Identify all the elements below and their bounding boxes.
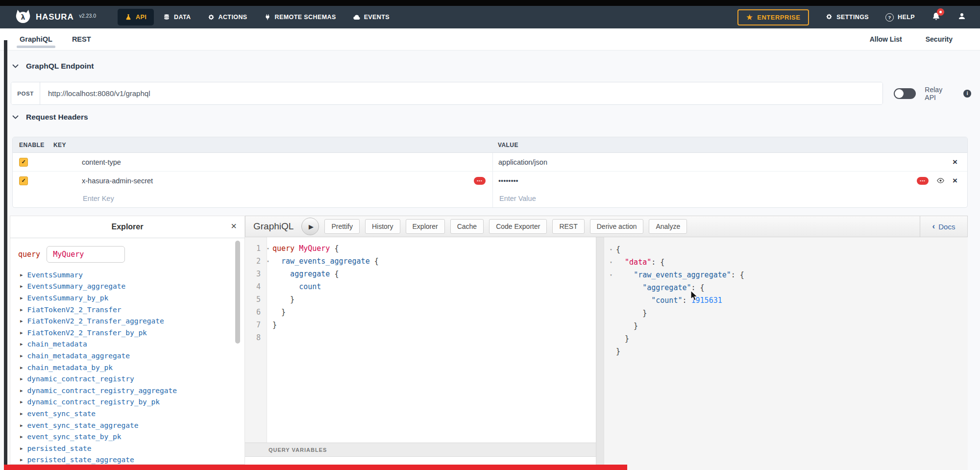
close-icon[interactable]: ×	[231, 221, 237, 231]
star-icon: ★	[746, 14, 753, 21]
response-code-line: "aggregate": {	[604, 281, 968, 294]
toolbar-button-rest[interactable]: REST	[552, 219, 584, 234]
toolbar-button-cache[interactable]: Cache	[450, 219, 484, 234]
relay-api-label: Relay API	[925, 86, 955, 101]
fold-arrow-icon[interactable]: ▾	[264, 255, 272, 268]
help-button[interactable]: ? HELP	[885, 13, 915, 22]
nav-item-remote-schemas[interactable]: REMOTE SCHEMAS	[256, 6, 344, 28]
relay-api-toggle[interactable]	[894, 88, 916, 99]
eye-icon[interactable]	[936, 176, 945, 185]
explorer-field-chain-metadata-by-pk[interactable]: ▶chain_metadata_by_pk	[17, 362, 240, 373]
docs-toggle[interactable]: ‹ Docs	[920, 216, 967, 237]
graphiql-toolbar: GraphiQL ▶ PrettifyHistoryExplorerCacheC…	[245, 216, 968, 237]
explorer-field-persisted-state-aggregate[interactable]: ▶persisted_state_aggregate	[17, 454, 240, 466]
fold-gutter	[264, 319, 272, 331]
fold-gutter	[264, 280, 272, 293]
explorer-scrollbar[interactable]	[235, 241, 240, 344]
fold-gutter	[264, 306, 272, 319]
fold-gutter	[264, 293, 272, 306]
hasura-brand[interactable]: λ HASURA v2.23.0	[15, 9, 96, 26]
field-label: EventsSummary_by_pk	[27, 294, 108, 302]
explorer-field-fiattokenv2-2-transfer[interactable]: ▶FiatTokenV2_2_Transfer	[17, 304, 240, 316]
nav-item-actions[interactable]: ACTIONS	[199, 6, 256, 28]
query-variables-bar[interactable]: QUERY VARIABLES	[245, 443, 596, 457]
explorer-field-eventssummary-by-pk[interactable]: ▶EventsSummary_by_pk	[17, 292, 240, 304]
nav-item-label: EVENTS	[364, 14, 390, 21]
fold-gutter	[606, 345, 616, 358]
header-key[interactable]: content-type	[82, 158, 121, 166]
explorer-field-chain-metadata[interactable]: ▶chain_metadata	[17, 339, 240, 350]
expand-arrow-icon: ▶	[20, 272, 23, 277]
header-enable-checkbox[interactable]: ✓	[19, 176, 28, 185]
relay-api-control: Relay API i	[894, 86, 971, 101]
toolbar-button-code-exporter[interactable]: Code Exporter	[489, 219, 547, 234]
fold-arrow-icon[interactable]: ▾	[606, 256, 616, 269]
header-key[interactable]: x-hasura-admin-secret	[82, 177, 153, 185]
settings-button[interactable]: SETTINGS	[826, 13, 869, 22]
fold-gutter	[606, 320, 616, 332]
explorer-field-dynamic-contract-registry-aggregate[interactable]: ▶dynamic_contract_registry_aggregate	[17, 385, 240, 396]
explorer-field-event-sync-state-by-pk[interactable]: ▶event_sync_state_by_pk	[17, 431, 240, 443]
response-pane: ▾{▾ "data": {▾ "raw_events_aggregate": {…	[604, 237, 968, 470]
toolbar-button-explorer[interactable]: Explorer	[406, 219, 445, 234]
field-label: chain_metadata	[27, 340, 87, 348]
new-header-value-input[interactable]	[498, 194, 913, 203]
enterprise-button[interactable]: ★ ENTERPRISE	[737, 9, 809, 25]
fold-arrow-icon[interactable]: ▾	[264, 242, 272, 255]
fold-gutter	[264, 331, 272, 344]
explorer-field-chain-metadata-aggregate[interactable]: ▶chain_metadata_aggregate	[17, 350, 240, 362]
explorer-field-dynamic-contract-registry-by-pk[interactable]: ▶dynamic_contract_registry_by_pk	[17, 396, 240, 408]
chevron-left-icon: ‹	[932, 222, 935, 231]
query-editor[interactable]: 1▾query MyQuery {2▾ raw_events_aggregate…	[245, 237, 596, 470]
explorer-field-fiattokenv2-2-transfer-aggregate[interactable]: ▶FiatTokenV2_2_Transfer_aggregate	[17, 315, 240, 327]
fold-arrow-icon[interactable]: ▾	[606, 243, 616, 256]
header-value[interactable]: ••••••••	[498, 177, 518, 185]
toolbar-button-analyze[interactable]: Analyze	[649, 219, 687, 234]
explorer-field-eventssummary[interactable]: ▶EventsSummary	[17, 269, 240, 281]
tab-graphiql[interactable]: GraphiQL	[20, 28, 52, 50]
nav-item-data[interactable]: DATA	[155, 6, 199, 28]
nav-item-api[interactable]: API	[118, 9, 154, 25]
response-code-line: }	[604, 307, 968, 320]
explorer-field-event-sync-state-aggregate[interactable]: ▶event_sync_state_aggregate	[17, 420, 240, 431]
tab-rest[interactable]: REST	[72, 28, 91, 50]
nav-item-events[interactable]: EVENTS	[344, 6, 398, 28]
execute-query-button[interactable]: ▶	[301, 218, 319, 235]
notifications-bell[interactable]	[931, 12, 941, 23]
header-enable-checkbox[interactable]: ✓	[19, 158, 28, 167]
field-label: event_sync_state	[27, 410, 96, 418]
explorer-field-event-sync-state[interactable]: ▶event_sync_state	[17, 408, 240, 420]
endpoint-section-header[interactable]: GraphQL Endpoint	[12, 62, 94, 71]
fold-arrow-icon[interactable]: ▾	[606, 269, 616, 281]
user-menu[interactable]	[957, 12, 966, 23]
explorer-field-fiattokenv2-2-transfer-by-pk[interactable]: ▶FiatTokenV2_2_Transfer_by_pk	[17, 327, 240, 339]
explorer-field-eventssummary-aggregate[interactable]: ▶EventsSummary_aggregate	[17, 281, 240, 293]
editor-response-divider[interactable]	[596, 237, 604, 470]
query-code-line: 7}	[245, 319, 596, 331]
new-header-key-input[interactable]	[82, 194, 447, 203]
toolbar-button-prettify[interactable]: Prettify	[324, 219, 360, 234]
secret-badge[interactable]: •••	[474, 177, 486, 185]
query-name-input[interactable]	[47, 246, 125, 263]
docs-label: Docs	[938, 223, 955, 231]
enterprise-label: ENTERPRISE	[757, 14, 800, 21]
headers-section-header[interactable]: Request Headers	[12, 113, 88, 122]
explorer-field-persisted-state[interactable]: ▶persisted_state	[17, 443, 240, 454]
database-icon	[163, 14, 170, 21]
secret-badge[interactable]: •••	[917, 177, 929, 185]
endpoint-url-input[interactable]	[40, 82, 882, 104]
tab-security[interactable]: Security	[926, 35, 953, 43]
explorer-field-dynamic-contract-registry[interactable]: ▶dynamic_contract_registry	[17, 373, 240, 385]
expand-arrow-icon: ▶	[20, 319, 23, 323]
info-icon[interactable]: i	[963, 90, 971, 98]
header-value[interactable]: application/json	[498, 158, 547, 166]
remove-header-icon[interactable]: ×	[953, 158, 957, 166]
expand-arrow-icon: ▶	[20, 353, 23, 358]
col-enable: ENABLE	[13, 142, 53, 148]
col-value: VALUE	[492, 137, 967, 152]
toolbar-button-history[interactable]: History	[365, 219, 400, 234]
toolbar-button-derive-action[interactable]: Derive action	[590, 219, 644, 234]
remove-header-icon[interactable]: ×	[953, 176, 957, 185]
tab-allow-list[interactable]: Allow List	[870, 35, 902, 43]
line-number: 4	[245, 280, 264, 293]
